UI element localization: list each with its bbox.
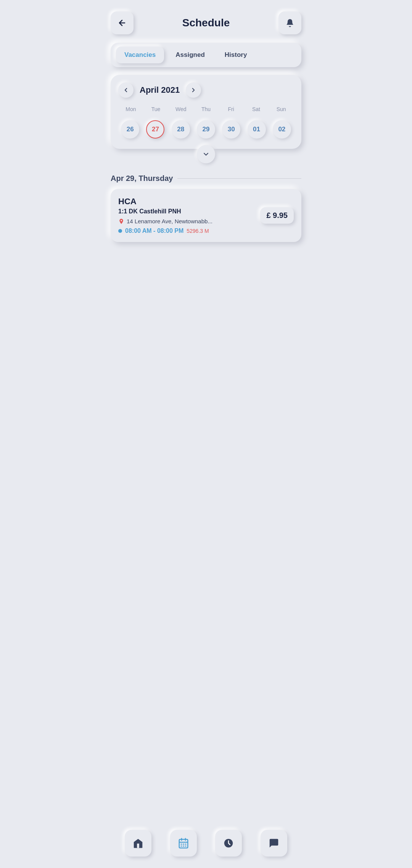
date-cell-29[interactable]: 29 <box>194 118 218 141</box>
tab-history[interactable]: History <box>216 47 256 63</box>
chat-icon <box>268 837 280 849</box>
day-label-sat: Sat <box>244 105 269 114</box>
time-dot <box>118 229 122 233</box>
calendar-grid-icon <box>178 837 189 849</box>
date-02[interactable]: 02 <box>273 120 291 139</box>
svg-rect-6 <box>183 844 184 845</box>
svg-rect-8 <box>180 845 182 847</box>
shift-time: 08:00 AM - 08:00 PM 5296.3 M <box>118 227 260 234</box>
day-label-sun: Sun <box>269 105 294 114</box>
date-01[interactable]: 01 <box>248 120 266 139</box>
location-icon <box>118 218 124 224</box>
shift-card[interactable]: HCA 1:1 DK Castlehill PNH 14 Lenamore Av… <box>111 189 301 242</box>
back-button[interactable] <box>111 11 134 34</box>
selected-date-section: Apr 29, Thursday <box>111 174 301 183</box>
page-title: Schedule <box>182 17 230 29</box>
tabs-container: Vacancies Assigned History <box>111 43 301 67</box>
nav-home[interactable] <box>125 830 151 857</box>
shift-title: HCA <box>118 197 260 207</box>
day-label-wed: Wed <box>168 105 193 114</box>
time-display: 08:00 AM - 08:00 PM <box>125 227 183 234</box>
nav-clock[interactable] <box>215 830 242 857</box>
nav-calendar[interactable] <box>170 830 197 857</box>
home-icon <box>132 837 144 849</box>
selected-date-label: Apr 29, Thursday <box>111 174 173 183</box>
shift-location: 14 Lenamore Ave, Newtownabb... <box>118 218 260 224</box>
day-label-fri: Fri <box>219 105 244 114</box>
calendar-days-header: Mon Tue Wed Thu Fri Sat Sun <box>118 105 294 114</box>
nav-chat[interactable] <box>261 830 287 857</box>
date-30[interactable]: 30 <box>222 120 240 139</box>
clock-icon <box>223 837 234 849</box>
svg-rect-5 <box>180 844 182 845</box>
svg-rect-7 <box>185 844 187 845</box>
bottom-nav <box>111 824 301 868</box>
next-month-button[interactable] <box>186 82 201 98</box>
date-28[interactable]: 28 <box>172 120 190 139</box>
price-badge: £ 9.95 <box>260 207 294 224</box>
location-text: 14 Lenamore Ave, Newtownabb... <box>127 218 212 224</box>
svg-point-0 <box>121 220 122 221</box>
calendar-header: April 2021 <box>118 82 294 98</box>
day-label-tue: Tue <box>143 105 169 114</box>
tab-vacancies[interactable]: Vacancies <box>116 47 164 63</box>
calendar-dates: 26 27 28 29 30 01 02 <box>118 118 294 141</box>
date-cell-27[interactable]: 27 <box>143 118 167 141</box>
expand-calendar-button[interactable] <box>197 145 215 163</box>
svg-rect-10 <box>185 845 187 847</box>
calendar-container: April 2021 Mon Tue Wed Thu Fri Sat Sun 2… <box>111 75 301 149</box>
tab-assigned[interactable]: Assigned <box>167 47 213 63</box>
distance-text: 5296.3 M <box>187 228 209 234</box>
screen: Schedule Vacancies Assigned History Apri… <box>103 0 309 868</box>
spacer <box>111 250 301 824</box>
prev-month-button[interactable] <box>118 82 134 98</box>
svg-rect-9 <box>183 845 184 847</box>
date-cell-28[interactable]: 28 <box>169 118 193 141</box>
day-label-thu: Thu <box>193 105 219 114</box>
notification-button[interactable] <box>278 11 301 34</box>
date-cell-01[interactable]: 01 <box>245 118 268 141</box>
date-divider <box>177 178 301 179</box>
date-26[interactable]: 26 <box>121 120 139 139</box>
date-cell-02[interactable]: 02 <box>270 118 294 141</box>
date-27[interactable]: 27 <box>146 120 164 139</box>
date-cell-26[interactable]: 26 <box>118 118 142 141</box>
calendar-month-year: April 2021 <box>140 85 180 95</box>
shift-subtitle: 1:1 DK Castlehill PNH <box>118 208 260 215</box>
date-cell-30[interactable]: 30 <box>219 118 243 141</box>
header: Schedule <box>111 8 301 34</box>
date-29[interactable]: 29 <box>197 120 215 139</box>
shift-info: HCA 1:1 DK Castlehill PNH 14 Lenamore Av… <box>118 197 260 234</box>
day-label-mon: Mon <box>118 105 143 114</box>
expand-wrapper <box>111 145 301 163</box>
